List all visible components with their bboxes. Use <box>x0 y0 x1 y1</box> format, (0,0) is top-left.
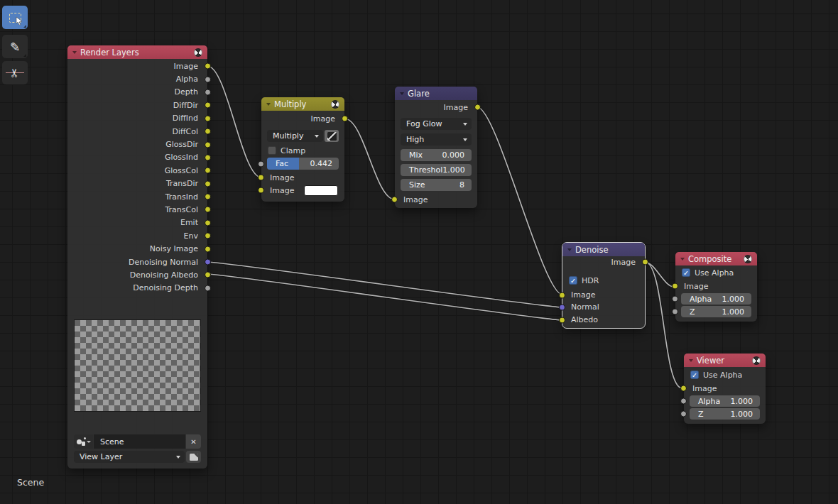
input-socket-z[interactable] <box>680 411 687 417</box>
z-row: Z 1.000 <box>690 408 760 420</box>
use-alpha-row: Use Alpha <box>682 268 751 278</box>
node-composite[interactable]: Composite Use Alpha Image Alpha 1.000 Z … <box>675 252 757 322</box>
output-socket-transind[interactable] <box>205 194 211 200</box>
input-socket-image[interactable] <box>680 385 687 392</box>
output-socket-image[interactable] <box>474 104 481 111</box>
output-socket-transcol[interactable] <box>205 207 211 213</box>
color-swatch-white[interactable] <box>304 185 338 196</box>
node-glare[interactable]: Glare Image Fog Glow High Mix 0.000 <box>395 87 477 208</box>
node-denoise[interactable]: Denoise Image HDR Image Normal Albedo <box>562 243 645 328</box>
collapse-arrow-icon[interactable] <box>400 92 404 95</box>
collapse-arrow-icon[interactable] <box>689 359 693 362</box>
z-field[interactable]: Z 1.000 <box>681 306 751 317</box>
collapse-arrow-icon[interactable] <box>72 51 77 54</box>
input-socket-normal[interactable] <box>559 304 565 310</box>
z-field[interactable]: Z 1.000 <box>690 408 760 420</box>
node-title: Multiply <box>274 99 306 109</box>
collapse-arrow-icon[interactable] <box>567 248 572 251</box>
output-socket-env[interactable] <box>205 233 211 239</box>
composite-header[interactable]: Composite <box>675 252 757 265</box>
use-alpha-toggle-button[interactable] <box>325 130 339 142</box>
output-socket-image[interactable] <box>205 63 211 70</box>
glare-header[interactable]: Glare <box>395 87 477 100</box>
output-socket-diffcol[interactable] <box>205 128 211 135</box>
output-socket-denoising-depth[interactable] <box>205 285 211 291</box>
node-title: Glare <box>408 89 430 99</box>
output-socket-emit[interactable] <box>205 219 211 226</box>
output-socket-glossind[interactable] <box>205 154 211 160</box>
input-socket-alpha[interactable] <box>672 296 678 302</box>
output-socket-diffdir[interactable] <box>205 102 211 109</box>
blend-mode-dropdown[interactable]: Multiply <box>267 130 323 142</box>
output-socket-depth[interactable] <box>205 89 211 95</box>
socket-label: Image <box>261 114 344 124</box>
multiply-header[interactable]: Multiply <box>261 97 344 111</box>
input-socket-fac[interactable] <box>258 160 264 167</box>
alpha-field[interactable]: Alpha 1.000 <box>681 293 751 305</box>
node-editor-canvas[interactable]: ✎ ✂ Render Layers Image Alpha Depth Diff… <box>0 0 838 504</box>
output-socket-image[interactable] <box>642 259 648 265</box>
mix-field[interactable]: Mix 0.000 <box>401 149 472 161</box>
annotate-tool-button[interactable]: ✎ <box>2 35 28 58</box>
node-viewer[interactable]: Viewer Use Alpha Image Alpha 1.000 Z 1.0… <box>684 354 766 424</box>
glare-type-dropdown[interactable]: Fog Glow <box>401 118 472 130</box>
hdr-checkbox[interactable] <box>569 276 577 285</box>
input-socket-image2[interactable] <box>258 187 264 194</box>
tweak-select-tool-button[interactable] <box>2 6 28 29</box>
unlink-scene-button[interactable]: ✕ <box>186 434 201 449</box>
fac-slider[interactable]: Fac 0.442 <box>267 158 339 170</box>
output-socket-alpha[interactable] <box>205 76 211 82</box>
node-title: Composite <box>688 254 731 264</box>
input-socket-z[interactable] <box>672 309 678 315</box>
threshold-field[interactable]: Threshol 1.000 <box>401 164 472 176</box>
output-row: Image <box>67 60 207 72</box>
output-row: Denoising Depth <box>67 282 207 295</box>
input-socket-image[interactable] <box>559 292 565 298</box>
input-socket-image[interactable] <box>391 197 398 203</box>
collapse-arrow-icon[interactable] <box>266 103 271 106</box>
node-render-layers[interactable]: Render Layers Image Alpha Depth DiffDir … <box>67 45 207 469</box>
input-socket-image[interactable] <box>672 283 678 290</box>
render-layers-header[interactable]: Render Layers <box>67 45 207 59</box>
socket-label: DiffCol <box>67 127 207 136</box>
output-socket-transdir[interactable] <box>205 180 211 187</box>
input-socket-image1[interactable] <box>258 175 264 181</box>
use-alpha-label: Use Alpha <box>695 268 734 278</box>
scene-datablock-button[interactable] <box>74 434 93 449</box>
input-socket-alpha[interactable] <box>680 398 687 405</box>
output-row: Alpha <box>67 72 207 85</box>
socket-label: Env <box>67 231 207 241</box>
use-alpha-label: Use Alpha <box>703 371 742 380</box>
denoise-header[interactable]: Denoise <box>562 243 645 256</box>
output-socket-denoising-normal[interactable] <box>205 259 211 265</box>
socket-label: Albedo <box>562 315 598 324</box>
output-socket-glossdir[interactable] <box>205 141 211 148</box>
input-socket-albedo[interactable] <box>559 317 565 323</box>
output-socket-glosscol[interactable] <box>205 168 211 174</box>
fac-row: Fac 0.442 <box>267 158 339 170</box>
socket-label: Emit <box>67 218 207 227</box>
input-row: Normal <box>562 301 645 313</box>
quality-dropdown[interactable]: High <box>401 133 472 146</box>
node-title: Viewer <box>697 356 724 366</box>
use-alpha-checkbox[interactable] <box>682 268 690 277</box>
viewer-header[interactable]: Viewer <box>684 354 766 367</box>
output-socket-image[interactable] <box>342 116 348 122</box>
output-socket-denoising-albedo[interactable] <box>205 272 211 278</box>
render-single-layer-button[interactable] <box>186 451 201 463</box>
input-row: Image <box>395 193 477 206</box>
output-socket-diffind[interactable] <box>205 115 211 121</box>
alpha-field[interactable]: Alpha 1.000 <box>690 395 760 407</box>
links-cut-tool-button[interactable]: ✂ <box>2 61 28 84</box>
use-alpha-checkbox[interactable] <box>690 371 699 379</box>
size-field[interactable]: Size 8 <box>401 179 472 191</box>
blend-mode-row: Multiply <box>267 130 339 142</box>
output-socket-noisy-image[interactable] <box>205 246 211 252</box>
scene-name-field[interactable]: Scene <box>94 434 185 449</box>
view-layer-dropdown[interactable]: View Layer <box>74 451 185 463</box>
clamp-checkbox[interactable] <box>268 146 276 155</box>
output-row: DiffInd <box>67 112 207 125</box>
collapse-arrow-icon[interactable] <box>680 258 685 261</box>
node-multiply[interactable]: Multiply Image Multiply Clamp Fac 0.442 <box>261 97 344 202</box>
output-row: Denoising Normal <box>67 256 207 268</box>
